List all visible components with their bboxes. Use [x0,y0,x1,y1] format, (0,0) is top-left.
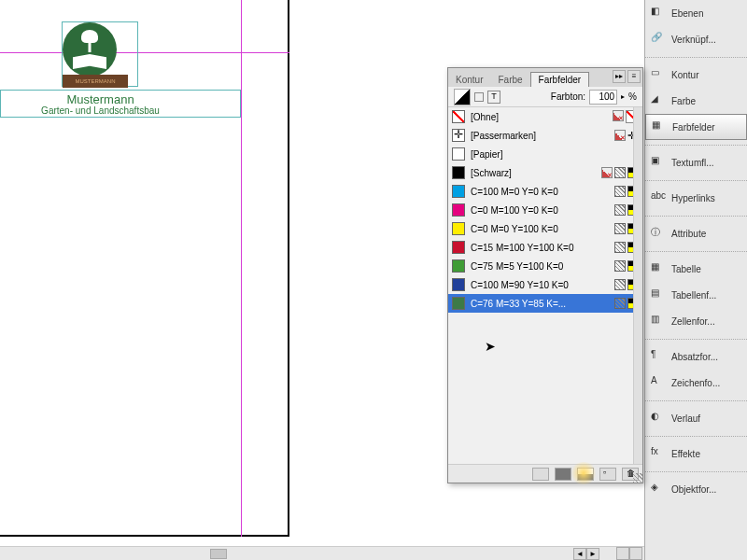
swatch-row[interactable]: C=76 M=33 Y=85 K=... [448,294,642,313]
new-swatch-icon[interactable]: ▫ [599,468,616,481]
swatch-row[interactable]: C=0 M=100 Y=0 K=0 [448,201,642,219]
swatch-row[interactable]: C=15 M=100 Y=100 K=0 [448,238,642,257]
scroll-left-icon[interactable]: ◄ [573,548,586,560]
panel-item-label: Farbfelder [672,122,715,133]
panel-item-label: Verknüpf... [671,35,716,45]
swatch-name: [Passermarken] [471,131,614,141]
swatch-chip [452,297,465,310]
swatch-row[interactable]: C=100 M=90 Y=10 K=0 [448,275,642,294]
company-subtitle: Garten- und Landschaftsbau [0,105,201,116]
panel-item-hyperlinks[interactable]: abcHyperlinks [645,185,747,211]
panel-item-zellenfor[interactable]: ▥Zellenfor... [645,308,747,334]
scroll-right-icon[interactable]: ► [586,548,599,560]
panel-menu-icon[interactable]: ≡ [627,70,641,83]
swatch-row[interactable]: [Ohne] [448,107,642,126]
text-fill-icon[interactable]: T [487,91,500,104]
panel-separator [645,211,747,217]
panel-separator [645,467,747,472]
horizontal-scrollbar[interactable]: ◄ ► [0,546,644,560]
tab-farbfelder[interactable]: Farbfelder [530,72,590,87]
verlauf-icon: ◐ [651,411,666,426]
page [0,0,289,537]
swatch-chip [452,203,465,217]
panel-item-verknpf[interactable]: 🔗Verknüpf... [645,26,747,52]
panel-item-label: Tabelle [671,264,701,274]
swatch-row[interactable]: C=100 M=0 Y=0 K=0 [448,182,642,201]
effekte-icon: fx [651,446,666,461]
tab-kontur[interactable]: Kontur [448,73,490,87]
resize-grip-icon[interactable] [633,473,642,483]
panel-dock: ◧Ebenen🔗Verknüpf...▭Kontur◢Farbe▦Farbfel… [644,0,747,560]
swatch-scrollbar[interactable] [633,107,642,464]
swatch-row[interactable]: [Papier] [448,145,642,163]
swatch-chip [452,166,465,179]
swatch-chip [452,278,465,291]
swatch-chip [452,129,465,142]
swatch-chip [452,222,465,235]
panel-item-farbe[interactable]: ◢Farbe [645,88,747,114]
swatch-name: C=0 M=0 Y=100 K=0 [471,224,614,234]
swatch-name: C=100 M=0 Y=0 K=0 [471,187,614,197]
logo-frame[interactable]: MUSTERMANN [62,21,138,87]
panel-item-tabelle[interactable]: ▦Tabelle [645,256,747,282]
panel-item-label: Hyperlinks [671,193,715,203]
process-icon [614,242,626,253]
show-small-icon[interactable] [555,468,571,481]
show-large-icon[interactable] [577,468,594,481]
panel-item-ebenen[interactable]: ◧Ebenen [645,0,747,26]
verknpf-icon: 🔗 [651,32,666,47]
farbton-arrow-icon[interactable]: ▸ [621,92,625,101]
swap-icon[interactable] [474,92,484,102]
scrollbar-thumb[interactable] [210,549,227,559]
swatch-row[interactable]: [Schwarz] [448,163,642,182]
swatch-chip [452,147,465,161]
panel-item-label: Objektfor... [671,484,716,495]
tab-farbe[interactable]: Farbe [490,73,529,87]
objektfor-icon: ◈ [651,482,666,497]
panel-item-label: Zeichenfo... [671,378,720,388]
ebenen-icon: ◧ [651,6,666,21]
swatches-panel: Kontur Farbe Farbfelder ▸▸ ≡ T Farbton: … [447,67,643,483]
tabellenf-icon: ▤ [651,287,666,302]
panel-item-tabellenf[interactable]: ▤Tabellenf... [645,282,747,308]
panel-item-kontur[interactable]: ▭Kontur [645,62,747,88]
panel-separator [645,396,747,401]
swatch-chip [452,110,465,123]
hyperlinks-icon: abc [651,190,666,205]
panel-item-label: Textumfl... [671,158,714,168]
panel-item-attribute[interactable]: ⓘAttribute [645,220,747,246]
panel-item-effekte[interactable]: fxEffekte [645,441,747,467]
farbton-input[interactable] [589,90,617,105]
panel-item-absatzfor[interactable]: ¶Absatzfor... [645,343,747,370]
swatch-row[interactable]: C=75 M=5 Y=100 K=0 [448,257,642,275]
view-mode-buttons[interactable] [616,547,642,560]
panel-item-textumfl[interactable]: ▣Textumfl... [645,149,747,175]
tabelle-icon: ▦ [651,261,666,276]
fill-stroke-icon[interactable] [454,89,471,105]
attribute-icon: ⓘ [651,226,666,241]
panel-item-objektfor[interactable]: ◈Objektfor... [645,476,747,502]
collapse-icon[interactable]: ▸▸ [613,70,626,83]
panel-item-zeichenfo[interactable]: AZeichenfo... [645,370,747,396]
panel-tabs: Kontur Farbe Farbfelder ▸▸ ≡ [448,68,642,87]
panel-item-label: Kontur [671,70,698,80]
swatch-list[interactable]: ➤ [Ohne][Passermarken]✛[Papier][Schwarz]… [448,107,642,453]
locked-icon [614,130,626,141]
process-icon [614,260,626,272]
process-icon [614,204,626,216]
show-list-icon[interactable] [532,468,549,481]
swatch-row[interactable]: C=0 M=0 Y=100 K=0 [448,219,642,238]
process-icon [614,186,626,197]
swatch-chip [452,259,465,273]
swatch-name: C=100 M=90 Y=10 K=0 [471,280,614,290]
panel-item-label: Absatzfor... [671,352,718,362]
panel-item-label: Effekte [671,449,700,459]
swatch-name: [Schwarz] [471,168,601,178]
panel-item-verlauf[interactable]: ◐Verlauf [645,405,747,431]
swatch-row[interactable]: [Passermarken]✛ [448,126,642,145]
guide-v [241,0,242,537]
locked-icon [601,167,613,178]
swatch-name: [Papier] [471,149,639,160]
panel-item-farbfelder[interactable]: ▦Farbfelder [645,114,747,140]
cursor-icon: ➤ [485,339,496,354]
